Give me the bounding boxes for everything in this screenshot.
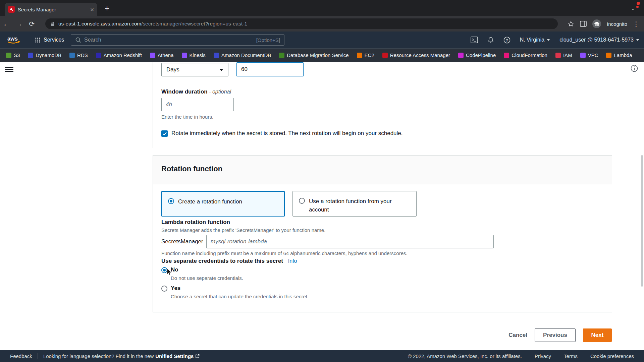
credentials-yes-help: Choose a secret that can update the cred… bbox=[171, 294, 309, 299]
console-footer: Feedback Looking for language selection?… bbox=[0, 350, 644, 362]
lambda-name-row: SecretsManager bbox=[161, 235, 494, 248]
service-label: IAM bbox=[563, 52, 572, 58]
create-rotation-function-card[interactable]: Create a rotation function bbox=[161, 191, 285, 217]
service-label: S3 bbox=[14, 52, 20, 58]
tab-search-chevron-icon[interactable]: ⌄ bbox=[631, 5, 635, 12]
url-text: us-east-1.console.aws.amazon.com/secrets… bbox=[58, 21, 247, 27]
privacy-link[interactable]: Privacy bbox=[535, 353, 551, 359]
rotate-immediately-label: Rotate immediately when the secret is st… bbox=[171, 130, 403, 137]
svg-text:aws: aws bbox=[7, 36, 18, 42]
favorite-service-link[interactable]: Amazon DocumentDB bbox=[214, 52, 271, 58]
section-title: Rotation function bbox=[161, 165, 222, 173]
service-icon bbox=[279, 53, 284, 58]
favorite-service-link[interactable]: Kinesis bbox=[182, 52, 206, 58]
services-menu[interactable]: Services bbox=[35, 32, 64, 48]
search-icon bbox=[75, 37, 81, 43]
side-panel-icon[interactable] bbox=[580, 21, 587, 27]
favorite-service-link[interactable]: Database Migration Service bbox=[279, 52, 348, 58]
create-rotation-radio[interactable] bbox=[168, 198, 174, 204]
info-panel-icon[interactable] bbox=[631, 65, 638, 73]
hamburger-menu-icon[interactable] bbox=[5, 65, 13, 73]
service-label: EC2 bbox=[365, 52, 374, 58]
cancel-button[interactable]: Cancel bbox=[508, 332, 527, 339]
interval-value-input[interactable] bbox=[236, 62, 304, 76]
url-domain: us-east-1.console.aws.amazon.com bbox=[58, 21, 141, 26]
service-icon bbox=[357, 53, 362, 58]
rotation-schedule-panel: Days Window duration - optional Enter th… bbox=[153, 62, 612, 148]
account-menu[interactable]: cloud_user @ 5918-6471-5973 bbox=[559, 37, 639, 43]
bookmark-star-icon[interactable] bbox=[568, 20, 574, 27]
favorite-service-link[interactable]: IAM bbox=[555, 52, 572, 58]
service-label: VPC bbox=[588, 52, 598, 58]
info-link[interactable]: Info bbox=[288, 258, 297, 264]
favorite-service-link[interactable]: DynamoDB bbox=[28, 52, 61, 58]
lambda-prefix: SecretsManager bbox=[161, 238, 203, 245]
favorite-service-link[interactable]: Lambda bbox=[606, 52, 632, 58]
account-label: cloud_user @ 5918-6471-5973 bbox=[559, 37, 634, 43]
lambda-function-help: Secrets Manager adds the prefix 'Secrets… bbox=[161, 227, 325, 233]
recording-dot-small-icon bbox=[636, 6, 639, 8]
browser-menu-icon[interactable]: ⋮ bbox=[633, 20, 639, 28]
terms-link[interactable]: Terms bbox=[564, 353, 578, 359]
use-existing-label: Use a rotation function from your accoun… bbox=[309, 197, 410, 214]
aws-nav-right-cluster: ? N. Virginia cloud_user @ 5918-6471-597… bbox=[471, 32, 639, 48]
lambda-name-input[interactable] bbox=[206, 235, 494, 248]
interval-unit-select[interactable]: Days bbox=[161, 63, 228, 76]
mouse-cursor bbox=[166, 268, 173, 278]
favorite-service-link[interactable]: CloudFormation bbox=[504, 52, 547, 58]
service-icon bbox=[69, 53, 75, 58]
use-existing-radio[interactable] bbox=[299, 198, 305, 204]
favorite-service-link[interactable]: S3 bbox=[6, 52, 20, 58]
credentials-yes-radio[interactable] bbox=[161, 286, 167, 292]
aws-nav-bar: aws Services Search [Option+S] ? N. Virg… bbox=[0, 32, 644, 48]
chevron-down-icon bbox=[636, 39, 639, 41]
forward-icon[interactable]: → bbox=[13, 20, 25, 28]
footer-divider bbox=[38, 353, 38, 359]
separate-credentials-row: Use separate credentials to rotate this … bbox=[161, 258, 297, 264]
favorite-service-link[interactable]: VPC bbox=[580, 52, 598, 58]
rotate-immediately-checkbox[interactable] bbox=[161, 130, 168, 137]
service-icon bbox=[28, 53, 33, 58]
aws-logo[interactable]: aws bbox=[7, 35, 22, 46]
credentials-yes-option[interactable]: Yes bbox=[161, 285, 180, 292]
help-icon[interactable]: ? bbox=[503, 37, 511, 44]
page: Secrets Manager × + ⌄ ← → ⟳ us-east-1.co… bbox=[0, 0, 644, 362]
secrets-manager-favicon bbox=[8, 6, 15, 13]
scrollbar-thumb[interactable] bbox=[641, 155, 643, 287]
url-path: /secretsmanager/newsecret?region=us-east… bbox=[141, 21, 247, 26]
favorite-service-link[interactable]: RDS bbox=[69, 52, 88, 58]
favorite-service-link[interactable]: EC2 bbox=[357, 52, 374, 58]
service-label: Database Migration Service bbox=[287, 52, 348, 58]
use-existing-function-card[interactable]: Use a rotation function from your accoun… bbox=[292, 191, 417, 217]
region-selector[interactable]: N. Virginia bbox=[520, 37, 550, 43]
feedback-link[interactable]: Feedback bbox=[10, 353, 32, 359]
select-caret-icon bbox=[219, 69, 223, 71]
favorite-service-link[interactable]: Resource Access Manager bbox=[382, 52, 450, 58]
browser-tab[interactable]: Secrets Manager × bbox=[5, 3, 97, 16]
svg-text:?: ? bbox=[506, 38, 508, 42]
new-tab-icon[interactable]: + bbox=[105, 5, 109, 12]
reload-icon[interactable]: ⟳ bbox=[25, 20, 38, 28]
unified-settings-link[interactable]: Unified Settings bbox=[155, 353, 200, 359]
favorite-service-link[interactable]: CodePipeline bbox=[458, 52, 496, 58]
back-icon[interactable]: ← bbox=[0, 20, 13, 28]
cookie-preferences-link[interactable]: Cookie preferences bbox=[590, 353, 634, 359]
window-duration-input[interactable] bbox=[161, 98, 234, 111]
incognito-avatar-icon[interactable] bbox=[592, 19, 601, 28]
url-bar[interactable]: us-east-1.console.aws.amazon.com/secrets… bbox=[45, 18, 558, 29]
service-label: DynamoDB bbox=[36, 52, 61, 58]
notifications-bell-icon[interactable] bbox=[487, 37, 494, 43]
favorite-service-link[interactable]: Athena bbox=[150, 52, 174, 58]
console-content: Days Window duration - optional Enter th… bbox=[0, 62, 644, 350]
previous-button[interactable]: Previous bbox=[535, 328, 576, 342]
next-button[interactable]: Next bbox=[583, 328, 612, 342]
incognito-label: Incognito bbox=[607, 21, 627, 27]
tab-close-icon[interactable]: × bbox=[90, 6, 94, 13]
cloudshell-icon[interactable] bbox=[471, 37, 478, 43]
service-label: CloudFormation bbox=[512, 52, 547, 58]
aws-search-input[interactable]: Search [Option+S] bbox=[71, 34, 284, 46]
favorite-service-link[interactable]: Amazon Redshift bbox=[96, 52, 142, 58]
service-label: RDS bbox=[77, 52, 88, 58]
recording-dot-icon bbox=[637, 2, 640, 5]
service-label: CodePipeline bbox=[466, 52, 496, 58]
